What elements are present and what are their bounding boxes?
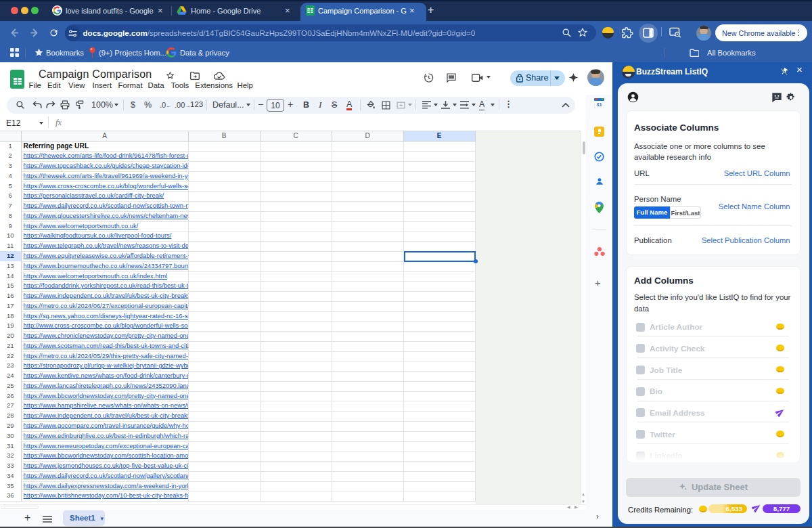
svg-text:31: 31 [596, 102, 602, 108]
